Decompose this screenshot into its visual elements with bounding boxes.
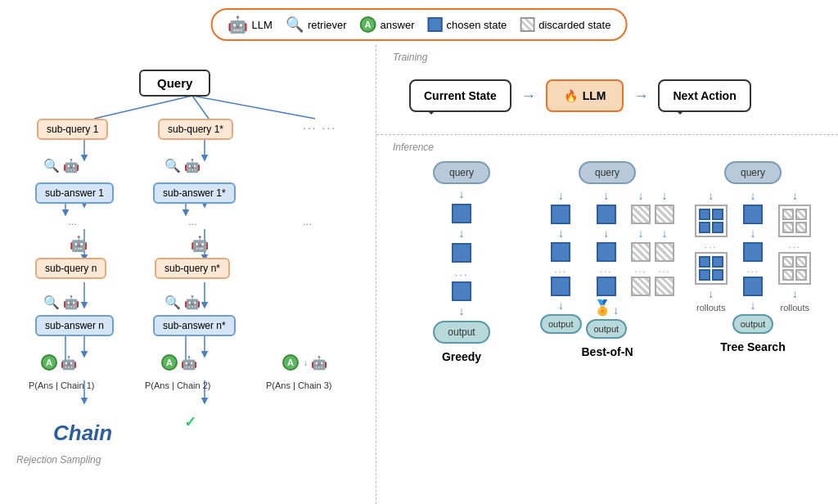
bon-path1: ↓ ↓ ... ↓ output [540,189,582,339]
discarded-state-icon [520,17,534,32]
ts-m2 [743,242,763,262]
answer-icon-c3: A [282,354,299,371]
retriever-icon-c1n: 🔍 [43,295,60,310]
tree-group-right2 [778,252,811,285]
greedy-title: Greedy [442,350,481,363]
rollouts-label-right: rollouts [781,303,809,313]
tree-group-left [695,205,728,237]
checkmark: ✓ [184,413,196,431]
bon-state4a [655,205,674,224]
training-label: Training [393,52,822,63]
legend-discarded-label: discarded state [538,19,610,31]
bon-output2: output [586,319,628,339]
query-box: Query [139,70,210,97]
legend-chosen-label: chosen state [447,19,507,31]
inference-methods: query ↓ ↓ ... ↓ output Greedy query [385,157,830,493]
svg-line-1 [192,96,209,119]
subanswer-1star-label: sub-answer 1* [153,182,236,204]
subquery-n: sub-query n [35,258,106,279]
bon-state3c [631,277,651,296]
legend-retriever: 🔍 retriever [286,16,347,34]
robot-icon-c1f: 🤖 [61,355,77,371]
robot-icon: 🤖 [228,15,248,34]
ts-l2 [712,209,723,220]
tree-title: Tree Search [720,340,785,353]
chain-label: Chain [53,421,112,446]
dots-c2: ... [188,215,197,227]
answer-icon-c2: A [161,354,178,371]
tree-left: ↓ ... [695,189,728,313]
subquery-1: sub-query 1 [37,119,108,140]
bon-title: Best-of-N [582,345,633,358]
tree-right: ↓ ... [778,189,811,313]
greedy-arrow2: ↓ [459,227,465,240]
ts-r3 [782,222,794,233]
bon-state2a [597,205,616,224]
bon-state1c [551,277,570,296]
chain3-final-icons: A ↓ 🤖 [282,354,327,371]
tree-group-left2 [695,252,728,285]
current-state-label: Current State [424,89,497,102]
rollouts-label-left: rollouts [696,303,725,313]
chosen-state-icon [428,17,443,32]
bon-state3b [631,242,651,262]
retriever-icon: 🔍 [286,16,304,34]
svg-line-2 [192,96,315,119]
greedy-state1 [452,204,471,223]
ts-m1 [743,205,763,224]
legend-chosen: chosen state [428,17,507,32]
robot-icon-c1n: 🤖 [63,295,79,310]
subquery-1-label: sub-query 1 [37,119,108,140]
bon-output1: output [540,314,582,334]
bon-path4: ↓ ↓ ... x [655,189,674,339]
bon-state2b [597,242,616,262]
legend-retriever-label: retriever [308,19,347,31]
svg-line-0 [94,96,192,119]
tree-middle: ↓ ↓ ... ↓ output [732,189,774,334]
ts-l4 [712,222,723,233]
ts-r2 [795,209,807,220]
subanswer-nstar: sub-answer n* [153,315,236,336]
ts-r5 [782,256,794,268]
legend-llm-label: LLM [252,19,273,31]
bon-path3: ↓ ↓ ... x [631,189,651,339]
prob-chain1: P(Ans | Chain 1) [29,380,95,390]
training-flow: Current State → 🔥 LLM → Next Action [393,71,822,120]
llm-label: LLM [583,89,606,102]
answer-circle-icon: A [360,16,376,33]
chain1-icons-n: 🔍 🤖 [43,295,79,310]
ts-l3 [699,222,710,233]
subquery-1star: sub-query 1* [158,119,233,140]
subquery-n-label: sub-query n [35,258,106,279]
bon-state4b [655,242,674,262]
ts-l6 [712,256,723,268]
ts-r7 [782,269,794,281]
llm-box: 🔥 LLM [546,79,624,112]
robot-icon-c2f: 🤖 [181,355,197,371]
tree-query: query [724,161,782,184]
ts-l1 [699,209,710,220]
legend-llm: 🤖 LLM [228,15,273,34]
subquery-nstar: sub-query n* [155,258,230,279]
arrow-to-llm: → [521,88,536,105]
subanswer-nstar-label: sub-answer n* [153,315,236,336]
ts-r8 [795,269,807,281]
tree-method: query ↓ ... [680,161,826,353]
ts-l7 [699,269,710,281]
ts-r6 [795,256,807,268]
chain1-final-icons: A 🤖 [41,354,77,371]
next-action-box: Next Action [658,79,750,112]
robot-icon-c2b: 🤖 [191,235,209,253]
subanswer-n: sub-answer n [35,315,114,336]
right-panel: Training Current State → 🔥 LLM → Next Ac… [376,45,838,504]
chain2-final-icons: A 🤖 [161,354,197,371]
dots-c1: ... [68,215,77,227]
left-panel: Query sub-query 1 🔍 🤖 sub-answer 1 ... [0,45,376,504]
chain2-icons: 🔍 🤖 [164,158,200,173]
robot-icon-c3: 🤖 [311,355,327,371]
subquery-nstar-label: sub-query n* [155,258,230,279]
tree-group-right [778,205,811,237]
greedy-query: query [433,161,490,184]
chain2-icons-n: 🔍 🤖 [164,295,200,310]
dots-chain3: ... ... [303,119,336,132]
